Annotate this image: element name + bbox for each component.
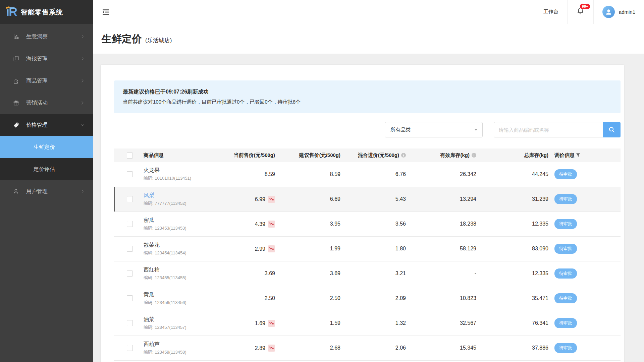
suggested-price: 1.99 xyxy=(276,236,341,261)
sidebar-subitem-label: 生鲜定价 xyxy=(34,144,55,151)
suggested-price: 3.95 xyxy=(276,212,341,236)
total-stock: 35.471 xyxy=(477,286,549,311)
content-card: 最新建议价格已于09:07:26刷新成功 当前共建议对100个商品进行调价，目前… xyxy=(101,65,624,362)
total-stock: 31.239 xyxy=(477,187,549,212)
app-title: 智能零售系统 xyxy=(21,8,63,17)
column-header-label: 建议售价(元/500g) xyxy=(299,152,340,158)
status-badge[interactable]: 待审批 xyxy=(554,343,577,353)
row-checkbox[interactable] xyxy=(127,345,133,351)
sidebar-item-poster-management[interactable]: 海报管理 xyxy=(0,48,93,70)
row-checkbox[interactable] xyxy=(127,196,133,202)
total-stock: 44.245 xyxy=(477,162,549,187)
sidebar-item-label: 商品管理 xyxy=(26,77,48,84)
price-tag-icon xyxy=(13,122,19,128)
chevron-down-icon xyxy=(474,129,478,131)
banner-summary: 当前共建议对100个商品进行调价，目前已审批通过0个，已驳回0个，待审批8个 xyxy=(123,99,612,105)
suggested-price: 1.59 xyxy=(276,311,341,336)
status-badge[interactable]: 待审批 xyxy=(554,268,577,279)
product-code: 编码: 10101010(113451) xyxy=(144,175,214,181)
status-badge[interactable]: 待审批 xyxy=(554,244,577,254)
info-icon[interactable] xyxy=(401,153,406,159)
status-badge[interactable]: 待审批 xyxy=(554,318,577,328)
menu-fold-icon[interactable] xyxy=(99,5,112,19)
product-code: 编码: 123458(113458) xyxy=(144,349,214,355)
product-name: 西红柿 xyxy=(144,266,214,274)
status-badge[interactable]: 待审批 xyxy=(554,169,577,179)
username-label[interactable]: admin1 xyxy=(619,9,635,15)
page-header: 生鲜定价 (乐活城店) xyxy=(93,24,644,54)
row-checkbox[interactable] xyxy=(127,320,133,326)
search-input[interactable] xyxy=(494,122,603,137)
column-header-label: 商品信息 xyxy=(144,152,164,158)
topbar: 工作台 99+ admin1 xyxy=(93,0,644,24)
column-header: 商品信息 xyxy=(135,148,214,162)
mixed-cost: 3.21 xyxy=(341,261,407,286)
trend-down-icon xyxy=(268,345,275,352)
mixed-cost: 3.56 xyxy=(341,212,407,236)
store-name: (乐活城店) xyxy=(145,34,172,44)
effective-stock: 15.345 xyxy=(407,336,477,360)
column-header-label: 有效库存(kg) xyxy=(440,152,470,158)
column-header-label: 当前售价(元/500g) xyxy=(234,152,275,158)
chevron-right-icon xyxy=(80,101,85,105)
user-avatar[interactable] xyxy=(602,6,615,18)
column-header: 有效库存(kg) xyxy=(407,148,477,162)
notification-badge: 99+ xyxy=(580,3,591,9)
product-code: 编码: 123455(113455) xyxy=(144,275,214,281)
pricing-table: 商品信息当前售价(元/500g)建议售价(元/500g)混合进价(元/500g)… xyxy=(114,148,621,361)
sidebar-subitem-pricing-evaluation[interactable]: 定价评估 xyxy=(0,158,93,180)
sidebar-subitem-fresh-pricing[interactable]: 生鲜定价 xyxy=(0,136,93,158)
row-checkbox[interactable] xyxy=(127,270,133,277)
table-row: 西红柿 编码: 123455(113455)3.693.693.21-12.33… xyxy=(114,261,621,286)
product-code: 编码: 123453(113453) xyxy=(144,225,214,231)
info-icon[interactable] xyxy=(472,153,476,159)
column-header: 建议售价(元/500g) xyxy=(276,148,341,162)
select-all-checkbox[interactable] xyxy=(127,153,133,159)
row-checkbox[interactable] xyxy=(127,221,133,227)
table-row: 凤梨 编码: 777777(113452)6.996.695.4313.2943… xyxy=(114,187,621,212)
product-name: 火龙果 xyxy=(144,167,214,174)
status-badge[interactable]: 待审批 xyxy=(554,219,577,229)
current-price: 2.89 xyxy=(255,345,265,351)
trend-down-icon xyxy=(268,245,275,252)
trend-down-icon xyxy=(268,221,275,228)
notification-bell-icon[interactable]: 99+ xyxy=(576,7,585,17)
filter-funnel-icon[interactable] xyxy=(576,153,580,158)
product-name[interactable]: 凤梨 xyxy=(144,192,214,199)
workbench-link[interactable]: 工作台 xyxy=(543,9,558,15)
sidebar-subitem-label: 定价评估 xyxy=(34,166,55,173)
sidebar-item-marketing-campaign[interactable]: 营销活动 xyxy=(0,92,93,114)
sidebar-item-price-management[interactable]: 价格管理 xyxy=(0,114,93,136)
suggested-price: 6.69 xyxy=(276,187,341,212)
user-icon xyxy=(13,188,19,195)
sidebar-item-business-insight[interactable]: 生意洞察 xyxy=(0,25,93,48)
sidebar-item-user-management[interactable]: 用户管理 xyxy=(0,180,93,202)
effective-stock: 13.294 xyxy=(407,187,477,212)
row-checkbox[interactable] xyxy=(127,295,133,301)
status-badge[interactable]: 待审批 xyxy=(554,293,577,303)
column-header[interactable]: 调价信息 xyxy=(549,148,621,162)
trend-down-icon xyxy=(268,196,275,203)
sidebar-item-label: 生意洞察 xyxy=(26,33,48,40)
refresh-info-banner: 最新建议价格已于09:07:26刷新成功 当前共建议对100个商品进行调价，目前… xyxy=(114,80,621,113)
mixed-cost: 1.32 xyxy=(341,311,407,336)
status-badge[interactable]: 待审批 xyxy=(554,194,577,204)
chevron-down-icon xyxy=(80,123,85,127)
effective-stock: 10.823 xyxy=(407,286,477,311)
product-name: 密瓜 xyxy=(144,217,214,224)
current-price: 4.39 xyxy=(255,221,265,227)
row-checkbox[interactable] xyxy=(127,246,133,252)
product-name: 油菜 xyxy=(144,316,214,323)
table-row: 西葫芦 编码: 123458(113458)2.892.682.0615.345… xyxy=(114,336,621,360)
column-header: 混合进价(元/500g) xyxy=(341,148,407,162)
chevron-right-icon xyxy=(80,56,85,61)
page-title: 生鲜定价 xyxy=(102,32,142,46)
effective-stock: - xyxy=(407,261,477,286)
current-price: 6.99 xyxy=(255,196,265,202)
main-content: 生鲜定价 (乐活城店) 最新建议价格已于09:07:26刷新成功 当前共建议对1… xyxy=(93,24,644,362)
search-button[interactable] xyxy=(603,122,621,137)
sidebar-item-product-management[interactable]: 商品管理 xyxy=(0,70,93,92)
category-select[interactable]: 所有品类 xyxy=(385,122,483,137)
row-checkbox[interactable] xyxy=(127,171,133,177)
banner-refresh-status: 最新建议价格已于09:07:26刷新成功 xyxy=(123,88,612,96)
